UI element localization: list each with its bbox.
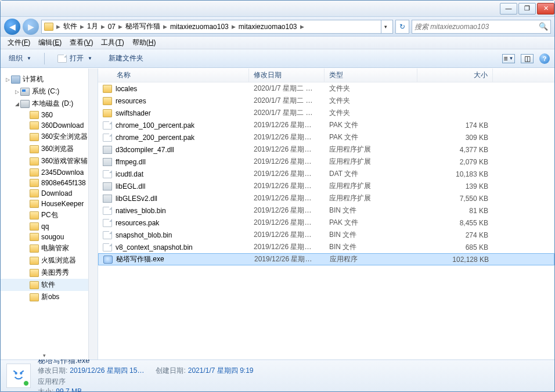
breadcrumb-item[interactable]: mitaxiezuomao103: [236, 23, 300, 31]
explorer-window: — ❐ ✕ ◀ ▶ ▶ 软件▶ 1月▶ 07▶ 秘塔写作猫▶ mitaxiezu…: [0, 0, 555, 392]
breadcrumb-item[interactable]: 秘塔写作猫: [123, 21, 163, 31]
file-row[interactable]: natives_blob.bin2019/12/26 星期…BIN 文件81 K…: [98, 204, 554, 217]
tree-item[interactable]: qq: [1, 221, 98, 232]
search-icon[interactable]: 🔍: [539, 22, 548, 31]
tree-item[interactable]: 360: [1, 110, 98, 120]
column-type[interactable]: 类型: [325, 69, 417, 82]
address-dropdown[interactable]: ▾: [381, 20, 390, 33]
preview-pane-button[interactable]: ◫: [521, 54, 534, 63]
open-button[interactable]: 打开▼: [54, 52, 96, 65]
file-row[interactable]: chrome_100_percent.pak2019/12/26 星期…PAK …: [98, 119, 554, 131]
folder-icon: [103, 97, 112, 105]
tree-item[interactable]: 美图秀秀: [1, 267, 98, 279]
folder-icon: [30, 145, 39, 153]
breadcrumb-item[interactable]: 07: [106, 23, 118, 31]
help-button[interactable]: ?: [539, 53, 550, 64]
tree-label: 系统 (C:): [32, 87, 59, 96]
tree-item[interactable]: 软件: [1, 279, 98, 291]
maximize-button[interactable]: ❐: [518, 3, 536, 15]
file-row[interactable]: 秘塔写作猫.exe2019/12/26 星期…应用程序102,128 KB: [98, 253, 554, 265]
close-button[interactable]: ✕: [537, 3, 554, 15]
folder-icon: [103, 109, 112, 117]
tree-item[interactable]: ▷系统 (C:): [1, 85, 98, 98]
tree-item[interactable]: sougou: [1, 232, 98, 242]
tree-item[interactable]: 360安全浏览器: [1, 131, 98, 143]
menu-e[interactable]: 编辑(E): [35, 37, 65, 49]
folder-icon: [30, 222, 39, 231]
file-row[interactable]: snapshot_blob.bin2019/12/26 星期…BIN 文件274…: [98, 229, 554, 241]
tree-item[interactable]: 火狐浏览器: [1, 254, 98, 267]
organize-button[interactable]: 组织▼: [5, 52, 35, 65]
file-row[interactable]: libGLESv2.dll2019/12/26 星期…应用程序扩展7,550 K…: [98, 192, 554, 204]
view-options-button[interactable]: ≡ ▼: [502, 54, 515, 63]
breadcrumb-item[interactable]: mitaxiezuomao103: [168, 23, 231, 31]
file-type: PAK 文件: [325, 218, 417, 228]
drive-icon: [20, 100, 30, 108]
file-row[interactable]: resources.pak2019/12/26 星期…PAK 文件8,455 K…: [98, 217, 554, 229]
tree-item[interactable]: 新obs: [1, 291, 98, 303]
file-row[interactable]: libEGL.dll2019/12/26 星期…应用程序扩展139 KB: [98, 180, 554, 192]
breadcrumb-item[interactable]: 1月: [85, 21, 100, 31]
file-name: locales: [116, 85, 137, 93]
minimize-button[interactable]: —: [500, 3, 517, 15]
expand-icon[interactable]: ▷: [4, 77, 11, 82]
file-type: 应用程序扩展: [325, 181, 417, 191]
scrollbar[interactable]: [88, 69, 98, 359]
file-date: 2019/12/26 星期…: [249, 181, 325, 191]
file-name: 秘塔写作猫.exe: [116, 254, 164, 264]
tree-item[interactable]: ▷计算机: [1, 73, 98, 85]
menu-h[interactable]: 帮助(H): [129, 37, 160, 49]
file-row[interactable]: icudtl.dat2019/12/26 星期…DAT 文件10,183 KB: [98, 168, 554, 180]
file-name: libGLESv2.dll: [116, 195, 157, 203]
file-row[interactable]: ffmpeg.dll2019/12/26 星期…应用程序扩展2,079 KB: [98, 156, 554, 168]
search-input[interactable]: [415, 23, 539, 31]
column-size[interactable]: 大小: [417, 69, 493, 82]
tree-item[interactable]: Download: [1, 188, 98, 199]
address-bar[interactable]: ▶ 软件▶ 1月▶ 07▶ 秘塔写作猫▶ mitaxiezuomao103▶ m…: [41, 20, 393, 34]
file-list-body[interactable]: locales2020/1/7 星期二 …文件夹resources2020/1/…: [98, 82, 554, 359]
file-row[interactable]: locales2020/1/7 星期二 …文件夹: [98, 82, 554, 95]
tree-item[interactable]: PC包: [1, 209, 98, 221]
folder-icon: [30, 233, 39, 241]
tree-label: 电脑管家: [41, 243, 69, 253]
file-type: 应用程序扩展: [325, 145, 417, 154]
navigation-tree[interactable]: ▷计算机▷系统 (C:)◢本地磁盘 (D:)360360Download360安…: [1, 69, 98, 359]
scroll-down-arrow[interactable]: ▾: [1, 351, 88, 359]
breadcrumb-item[interactable]: 软件: [61, 21, 80, 31]
column-name[interactable]: 名称: [98, 69, 249, 82]
file-row[interactable]: v8_context_snapshot.bin2019/12/26 星期…BIN…: [98, 241, 554, 253]
tree-label: sougou: [41, 233, 64, 241]
folder-icon: [30, 157, 39, 166]
file-date: 2019/12/26 星期…: [250, 254, 325, 264]
file-size: 274 KB: [417, 231, 493, 239]
menu-t[interactable]: 工具(T): [98, 37, 127, 49]
file-row[interactable]: d3dcompiler_47.dll2019/12/26 星期…应用程序扩展4,…: [98, 143, 554, 156]
file-row[interactable]: resources2020/1/7 星期二 …文件夹: [98, 95, 554, 107]
tree-item[interactable]: 360Download: [1, 120, 98, 131]
tree-item[interactable]: 8908e645f138: [1, 178, 98, 188]
folder-icon: [30, 293, 39, 301]
titlebar[interactable]: — ❐ ✕: [1, 1, 554, 17]
new-folder-button[interactable]: 新建文件夹: [105, 52, 147, 65]
menu-f[interactable]: 文件(F): [4, 37, 34, 49]
tree-item[interactable]: ◢本地磁盘 (D:): [1, 98, 98, 110]
tree-item[interactable]: HouseKeeper: [1, 199, 98, 209]
file-row[interactable]: chrome_200_percent.pak2019/12/26 星期…PAK …: [98, 131, 554, 143]
refresh-button[interactable]: ↻: [395, 20, 409, 34]
tree-item[interactable]: 360浏览器: [1, 143, 98, 155]
chevron-right-icon[interactable]: ▶: [56, 24, 61, 30]
tree-item[interactable]: 电脑管家: [1, 242, 98, 254]
tree-item[interactable]: 2345Downloa: [1, 167, 98, 178]
expand-icon[interactable]: ▷: [13, 89, 20, 95]
file-date: 2019/12/26 星期…: [249, 132, 325, 142]
file-row[interactable]: swiftshader2020/1/7 星期二 …文件夹: [98, 107, 554, 119]
column-date[interactable]: 修改日期: [249, 69, 325, 82]
search-box[interactable]: 🔍: [412, 20, 551, 34]
file-icon: [103, 231, 112, 239]
file-icon: [103, 219, 112, 227]
forward-button[interactable]: ▶: [23, 19, 39, 35]
menu-v[interactable]: 查看(V): [66, 37, 96, 49]
tree-item[interactable]: 360游戏管家辅: [1, 155, 98, 167]
back-button[interactable]: ◀: [4, 19, 20, 35]
expand-icon[interactable]: ◢: [13, 101, 20, 107]
